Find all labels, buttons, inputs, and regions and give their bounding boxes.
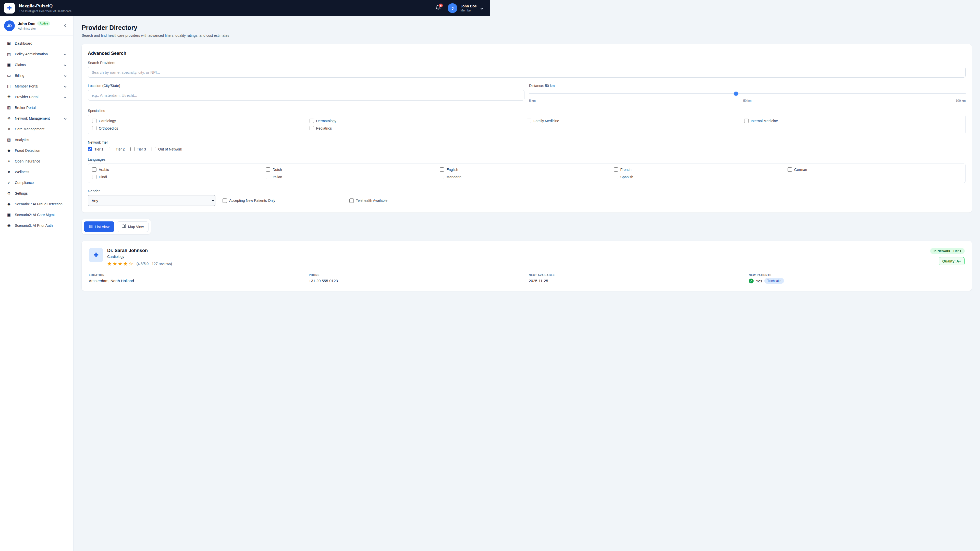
sidebar-item-fraud-detection[interactable]: ◆ Fraud Detection (2, 145, 71, 156)
specialty-checkbox-orthopedics[interactable]: Orthopedics (92, 126, 310, 130)
app-logo-icon: ✚ (4, 3, 15, 14)
specialty-checkbox-cardiology[interactable]: Cardiology (92, 119, 310, 123)
care-icon: ❖ (6, 127, 12, 131)
chevron-left-icon (64, 24, 67, 27)
user-menu[interactable]: J John Doe Member (448, 3, 483, 13)
language-checkbox-dutch[interactable]: Dutch (266, 167, 440, 171)
sidebar-item-care-management[interactable]: ❖ Care Management (2, 124, 71, 135)
language-checkbox-english[interactable]: English (440, 167, 490, 171)
sidebar-item-scenario2-ai-care-mgmt[interactable]: ▣ Scenario2: AI Care Mgmt (2, 210, 71, 220)
list-icon (89, 224, 93, 229)
members-icon: ◫ (6, 84, 12, 89)
tier1-checkbox[interactable]: Tier 1 (88, 147, 103, 151)
checkbox[interactable] (440, 175, 444, 179)
checkbox[interactable] (88, 147, 92, 151)
provider-avatar-icon: ✚ (89, 248, 103, 262)
sidebar-item-broker-portal[interactable]: ▥ Broker Portal (2, 102, 71, 113)
sidebar-user-card: JD John Doe Active Administrator (0, 16, 73, 35)
map-view-button[interactable]: Map View (117, 221, 148, 232)
language-checkbox-mandarin[interactable]: Mandarin (440, 175, 490, 179)
checkbox[interactable] (349, 198, 354, 203)
star-rating-icons: ★★★★☆ (107, 261, 134, 267)
tier2-checkbox[interactable]: Tier 2 (109, 147, 124, 151)
sidebar-item-scenario3-ai-prior-auth[interactable]: ◉ Scenario3: AI Prior Auth (2, 220, 71, 231)
topbar: ✚ Nexgile-PulseIQ The Intelligent Heartb… (0, 0, 490, 16)
document-icon: ▤ (6, 52, 12, 56)
checkbox[interactable] (92, 175, 97, 179)
sidebar-item-compliance[interactable]: ✔ Compliance (2, 177, 71, 188)
provider-result-card[interactable]: ✚ Dr. Sarah Johnson Cardiology ★★★★☆ (4.… (82, 241, 490, 275)
chevron-down-icon (64, 64, 67, 66)
sidebar: JD John Doe Active Administrator ▦ Dashb… (0, 16, 73, 275)
checkbox[interactable] (310, 126, 314, 130)
notification-badge: 5 (438, 3, 443, 8)
avatar: JD (4, 21, 15, 31)
sidebar-item-analytics[interactable]: ▧ Analytics (2, 135, 71, 145)
search-input[interactable] (88, 67, 490, 78)
sidebar-item-claims[interactable]: ▣ Claims (2, 59, 71, 70)
sidebar-item-provider-portal[interactable]: ✚ Provider Portal (2, 92, 71, 102)
sidebar-item-policy-administration[interactable]: ▤ Policy Administration (2, 49, 71, 59)
user-name: John Doe (460, 4, 477, 8)
sidebar-item-billing[interactable]: ▭ Billing (2, 70, 71, 81)
gear-icon: ⚙ (6, 191, 12, 196)
languages-label: Languages (88, 157, 490, 162)
map-icon (122, 224, 126, 229)
sidebar-user-role: Administrator (18, 27, 62, 30)
checkbox[interactable] (92, 167, 97, 171)
language-checkbox-italian[interactable]: Italian (266, 175, 440, 179)
checkbox[interactable] (92, 119, 97, 123)
shield-icon: ◆ (6, 202, 12, 206)
advanced-search-panel: Advanced Search Search Providers Locatio… (82, 44, 490, 213)
language-checkbox-hindi[interactable]: Hindi (92, 175, 266, 179)
sidebar-item-wellness[interactable]: ♥ Wellness (2, 167, 71, 177)
page-subtitle: Search and find healthcare providers wit… (82, 33, 490, 38)
sidebar-collapse-button[interactable] (62, 22, 69, 29)
main-content: Provider Directory Search and find healt… (73, 16, 490, 275)
status-badge: Active (37, 21, 50, 25)
checkbox[interactable] (266, 175, 270, 179)
sidebar-item-member-portal[interactable]: ◫ Member Portal (2, 81, 71, 92)
sidebar-item-dashboard[interactable]: ▦ Dashboard (2, 38, 71, 49)
out-of-network-checkbox[interactable]: Out of Network (151, 147, 182, 151)
specialty-checkbox-pediatrics[interactable]: Pediatrics (310, 126, 490, 130)
building-icon: ▥ (6, 105, 12, 110)
location-input[interactable] (88, 90, 490, 100)
tier3-checkbox[interactable]: Tier 3 (130, 147, 146, 151)
notifications-button[interactable]: 5 (435, 5, 441, 11)
phone-label: PHONE (309, 273, 490, 275)
checkbox[interactable] (440, 167, 444, 171)
sidebar-item-open-insurance[interactable]: ✦ Open Insurance (2, 156, 71, 167)
briefcase-icon: ▣ (6, 213, 12, 217)
chevron-down-icon (64, 74, 67, 77)
telehealth-available-checkbox[interactable]: Telehealth Available (349, 198, 388, 203)
list-view-button[interactable]: List View (84, 221, 115, 232)
chevron-down-icon (64, 53, 67, 56)
provider-phone-column: PHONE +31 20 555-0123 (309, 273, 490, 275)
checkbox[interactable] (223, 198, 227, 203)
checkbox[interactable] (109, 147, 113, 151)
sidebar-item-network-management[interactable]: ❋ Network Management (2, 113, 71, 124)
checkbox[interactable] (310, 119, 314, 123)
specialty-checkbox-dermatology[interactable]: Dermatology (310, 119, 490, 123)
dashboard-icon: ▦ (6, 41, 12, 46)
page-title: Provider Directory (82, 24, 490, 32)
pin-icon: ◉ (6, 223, 12, 228)
checkbox[interactable] (266, 167, 270, 171)
language-checkbox-arabic[interactable]: Arabic (92, 167, 266, 171)
advanced-search-title: Advanced Search (88, 51, 490, 56)
medical-cross-icon: ✚ (6, 95, 12, 99)
analytics-icon: ▧ (6, 138, 12, 142)
checkbox[interactable] (92, 126, 97, 130)
chevron-down-icon (64, 117, 67, 120)
claims-icon: ▣ (6, 62, 12, 67)
checkbox[interactable] (151, 147, 156, 151)
gender-select[interactable]: Any (88, 195, 215, 206)
checkbox[interactable] (130, 147, 135, 151)
compliance-check-icon: ✔ (6, 180, 12, 185)
sidebar-item-settings[interactable]: ⚙ Settings (2, 188, 71, 199)
specialties-label: Specialties (88, 109, 490, 113)
accepting-new-patients-checkbox[interactable]: Accepting New Patients Only (223, 198, 275, 203)
sidebar-item-scenario1-ai-fraud-detection[interactable]: ◆ Scenario1: AI Fraud Detection (2, 199, 71, 210)
search-providers-label: Search Providers (88, 61, 490, 65)
